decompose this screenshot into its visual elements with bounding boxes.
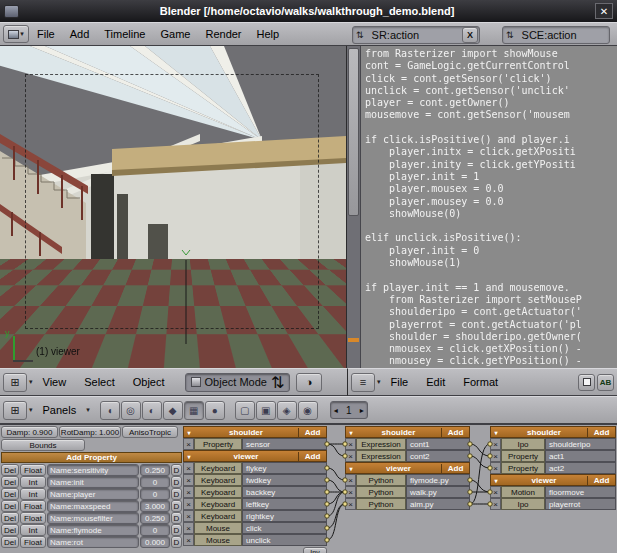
chevron-down-icon[interactable]: ▾ bbox=[377, 378, 381, 386]
actuator-brick[interactable]: × Ipo shoulderipo bbox=[490, 438, 616, 450]
anisotropic-button[interactable]: AnisoTropic bbox=[122, 426, 178, 438]
sensor-name-field[interactable]: sensor bbox=[242, 438, 327, 450]
add-actuator-button[interactable]: Add bbox=[587, 428, 615, 437]
delete-property-button[interactable]: Del bbox=[1, 536, 19, 548]
scene-name[interactable]: SCE:action bbox=[517, 29, 582, 41]
sensor-type-button[interactable]: Keyboard bbox=[194, 498, 242, 510]
debug-toggle[interactable]: D bbox=[171, 524, 182, 536]
frame-stepper[interactable]: ◂ 1 ▸ bbox=[330, 401, 368, 419]
delete-property-button[interactable]: Del bbox=[1, 500, 19, 512]
debug-toggle[interactable]: D bbox=[171, 464, 182, 476]
frame-back-icon[interactable]: ◂ bbox=[334, 406, 338, 415]
sensor-name-field[interactable]: flykey bbox=[242, 462, 327, 474]
controller-type-button[interactable]: Python bbox=[356, 474, 406, 486]
delete-property-button[interactable]: Del bbox=[1, 512, 19, 524]
delete-property-button[interactable]: Del bbox=[1, 524, 19, 536]
screen-name[interactable]: SR:action bbox=[367, 29, 425, 41]
property-type-dropdown[interactable]: Float bbox=[20, 464, 46, 476]
property-type-dropdown[interactable]: Float bbox=[20, 536, 46, 548]
bounds-button[interactable]: Bounds bbox=[1, 439, 85, 451]
debug-toggle[interactable]: D bbox=[171, 536, 182, 548]
delete-sensor-icon[interactable]: × bbox=[183, 486, 194, 498]
delete-screen-button[interactable]: X bbox=[462, 27, 478, 43]
viewport-3d[interactable]: (1) viewer y bbox=[0, 46, 347, 368]
editor-type-icon[interactable]: ≡ bbox=[351, 373, 375, 392]
property-name-field[interactable]: Name:player bbox=[47, 488, 139, 500]
property-name-field[interactable]: Name:rot bbox=[47, 536, 139, 548]
mode-dropdown[interactable]: Object Mode ⇅ bbox=[185, 373, 291, 392]
add-controller-button[interactable]: Add bbox=[441, 464, 469, 473]
sensor-brick[interactable]: × Keyboard leftkey bbox=[183, 498, 327, 510]
controller-brick[interactable]: × Python walk.py bbox=[345, 486, 470, 498]
sensor-type-button[interactable]: Keyboard bbox=[194, 462, 242, 474]
controller-type-button[interactable]: Python bbox=[356, 486, 406, 498]
collapse-icon[interactable]: ▾ bbox=[346, 429, 356, 436]
actuator-name-field[interactable]: floormove bbox=[545, 486, 616, 498]
sensor-type-button[interactable]: Mouse bbox=[194, 522, 242, 534]
collapse-icon[interactable]: ▾ bbox=[491, 429, 501, 436]
delete-sensor-icon[interactable]: × bbox=[183, 474, 194, 486]
text-editor[interactable]: from Rasterizer import showMouse cont = … bbox=[347, 46, 617, 368]
editor-type-icon[interactable]: ⊞ bbox=[3, 401, 27, 420]
chevron-down-icon[interactable]: ▾ bbox=[29, 378, 33, 386]
logic-context-icon[interactable]: ◖ bbox=[100, 401, 120, 420]
debug-toggle[interactable]: D bbox=[171, 488, 182, 500]
delete-sensor-icon[interactable]: × bbox=[183, 498, 194, 510]
delete-controller-icon[interactable]: × bbox=[345, 450, 356, 462]
debug-toggle[interactable]: D bbox=[171, 512, 182, 524]
browse-screens-icon[interactable]: ⇅ bbox=[353, 30, 367, 40]
sensor-brick[interactable]: × Property sensor bbox=[183, 438, 327, 450]
frame-number[interactable]: 1 bbox=[343, 405, 355, 416]
editor-type-icon[interactable]: ⊞ bbox=[3, 373, 27, 392]
delete-sensor-icon[interactable]: × bbox=[183, 534, 194, 546]
line-numbers-toggle[interactable] bbox=[578, 374, 595, 391]
property-name-field[interactable]: Name:maxspeed bbox=[47, 500, 139, 512]
material-subcontext-icon[interactable]: ▣ bbox=[256, 401, 276, 420]
menu-select[interactable]: Select bbox=[76, 376, 123, 388]
actuator-type-button[interactable]: Ipo bbox=[501, 498, 545, 510]
property-value-field[interactable]: 0.250 bbox=[140, 512, 170, 524]
object-header-viewer[interactable]: ▾ viewer Add bbox=[183, 450, 327, 462]
menu-panels[interactable]: Panels bbox=[35, 404, 85, 416]
actuator-brick[interactable]: × Ipo playerrot bbox=[490, 498, 616, 510]
menu-file[interactable]: File bbox=[383, 376, 417, 388]
add-property-button[interactable]: Add Property bbox=[1, 452, 182, 463]
chevron-down-icon[interactable]: ▾ bbox=[86, 406, 90, 414]
controller-type-button[interactable]: Expression bbox=[356, 450, 406, 462]
property-name-field[interactable]: Name:mousefilter bbox=[47, 512, 139, 524]
controller-name-field[interactable]: flymode.py bbox=[406, 474, 470, 486]
sensor-name-field[interactable]: backkey bbox=[242, 486, 327, 498]
window-type-icon[interactable]: ▾ bbox=[3, 25, 29, 43]
object-header-shoulder[interactable]: ▾ shoulder Add bbox=[345, 426, 470, 438]
controller-name-field[interactable]: cont1 bbox=[406, 438, 470, 450]
sensor-brick[interactable]: × Keyboard backkey bbox=[183, 486, 327, 498]
controller-type-button[interactable]: Python bbox=[356, 498, 406, 510]
menu-edit[interactable]: Edit bbox=[418, 376, 453, 388]
delete-sensor-icon[interactable]: × bbox=[183, 462, 194, 474]
controller-brick[interactable]: × Expression cont2 bbox=[345, 450, 470, 462]
menu-add[interactable]: Add bbox=[63, 25, 97, 43]
sensor-brick[interactable]: × Mouse click bbox=[183, 522, 327, 534]
delete-controller-icon[interactable]: × bbox=[345, 438, 356, 450]
actuator-type-button[interactable]: Ipo bbox=[501, 438, 545, 450]
code-text[interactable]: from Rasterizer import showMouse cont = … bbox=[365, 48, 582, 368]
sensor-type-button[interactable]: Keyboard bbox=[194, 486, 242, 498]
editing-context-icon[interactable]: ▦ bbox=[184, 401, 204, 420]
actuator-name-field[interactable]: shoulderipo bbox=[545, 438, 616, 450]
screen-selector[interactable]: ⇅ SR:action X bbox=[352, 26, 480, 44]
scrollbar-thumb[interactable] bbox=[348, 48, 359, 216]
menu-timeline[interactable]: Timeline bbox=[97, 25, 152, 43]
add-sensor-button[interactable]: Add bbox=[298, 452, 326, 461]
sensor-brick[interactable]: × Keyboard rightkey bbox=[183, 510, 327, 522]
add-controller-button[interactable]: Add bbox=[441, 428, 469, 437]
sensor-type-button[interactable]: Keyboard bbox=[194, 510, 242, 522]
controller-name-field[interactable]: walk.py bbox=[406, 486, 470, 498]
collapse-icon[interactable]: ▾ bbox=[491, 477, 501, 484]
controller-name-field[interactable]: aim.py bbox=[406, 498, 470, 510]
delete-controller-icon[interactable]: × bbox=[345, 474, 356, 486]
delete-actuator-icon[interactable]: × bbox=[490, 498, 501, 510]
rotdamp-field[interactable]: RotDamp: 1.000 bbox=[59, 426, 121, 438]
menu-help[interactable]: Help bbox=[250, 25, 287, 43]
delete-actuator-icon[interactable]: × bbox=[490, 450, 501, 462]
property-type-dropdown[interactable]: Int bbox=[20, 476, 46, 488]
